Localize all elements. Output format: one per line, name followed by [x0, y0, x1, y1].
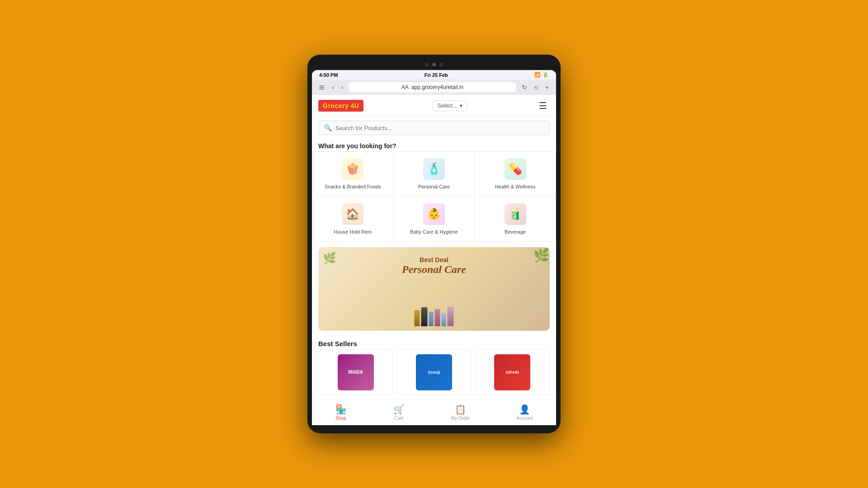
status-bar: 4:50 PM Fri 25 Feb 📶 🔋 — [312, 70, 556, 80]
banner-title: Personal Care — [402, 263, 466, 276]
status-date: Fri 25 Feb — [425, 72, 448, 78]
category-baby[interactable]: 👶 Baby Care & Hygiene — [394, 197, 475, 242]
browser-chrome: 4:50 PM Fri 25 Feb 📶 🔋 ⊞ ‹ › AA app.groc… — [312, 70, 556, 425]
personal-care-banner[interactable]: 🌿 🌿 Best Deal Personal Care — [318, 247, 550, 331]
leaf-decoration-right: 🌿 — [533, 247, 550, 263]
search-icon: 🔍 — [324, 124, 332, 131]
baby-label: Baby Care & Hygiene — [410, 229, 458, 235]
myorder-label: My Order — [451, 416, 470, 421]
nav-myorder[interactable]: 📋 My Order — [444, 403, 477, 422]
forward-button[interactable]: › — [340, 83, 345, 92]
account-label: Account — [516, 416, 533, 421]
status-right: 📶 🔋 — [534, 72, 549, 78]
sidebar-button[interactable]: ⊞ — [317, 83, 326, 92]
tablet-frame: 4:50 PM Fri 25 Feb 📶 🔋 ⊞ ‹ › AA app.groc… — [307, 55, 561, 433]
product-maida-image: MAIDA — [338, 354, 374, 390]
category-household[interactable]: 🏠 House Hold Rem — [312, 197, 394, 242]
banner-text: Best Deal Personal Care — [402, 256, 466, 276]
store-selector[interactable]: Select... ▾ — [433, 100, 467, 111]
personal-label: Personal Care — [418, 183, 450, 190]
wifi-icon: 📶 — [534, 72, 541, 78]
logo-prefix: G — [323, 102, 328, 109]
app-content: Grocery 4U Select... ▾ ☰ 🔍 What are you … — [312, 95, 556, 425]
category-personal[interactable]: 🧴 Personal Care — [394, 152, 475, 197]
best-sellers-title: Best Sellers — [312, 336, 556, 349]
banner-products — [415, 306, 454, 326]
shop-label: Shop — [335, 416, 346, 421]
baby-icon: 👶 — [423, 203, 445, 225]
household-label: House Hold Rem — [334, 229, 372, 235]
health-icon: 💊 — [505, 158, 526, 180]
snacks-label: Snacks & Branded Foods — [325, 183, 381, 190]
status-time: 4:50 PM — [319, 72, 338, 78]
chevron-down-icon: ▾ — [460, 103, 462, 109]
app-header: Grocery 4U Select... ▾ ☰ — [312, 95, 556, 117]
categories-grid: 🍿 Snacks & Branded Foods 🧴 Personal Care… — [312, 151, 556, 242]
leaf-decoration-left: 🌿 — [323, 252, 336, 264]
category-snacks[interactable]: 🍿 Snacks & Branded Foods — [312, 152, 394, 197]
perfume-4 — [435, 309, 440, 326]
banner-subtitle: Best Deal — [402, 256, 466, 263]
perfume-5 — [442, 313, 446, 326]
browser-url: app.grocery4uretail.in — [411, 84, 463, 90]
app-logo[interactable]: Grocery 4U — [318, 100, 363, 112]
new-tab-button[interactable]: + — [543, 83, 551, 92]
health-label: Health & Wellness — [495, 183, 536, 190]
camera-dot-2 — [432, 63, 436, 66]
nav-shop[interactable]: 🏪 Shop — [328, 403, 354, 422]
camera-dot-1 — [425, 63, 429, 66]
logo-text: rocery 4U — [328, 102, 359, 109]
personal-icon: 🧴 — [423, 158, 445, 180]
browser-toolbar: ⊞ ‹ › AA app.grocery4uretail.in ↻ ⎋ + — [312, 80, 556, 95]
section-title: What are you looking for? — [312, 139, 556, 151]
search-bar[interactable]: 🔍 — [318, 121, 550, 135]
perfume-3 — [429, 312, 434, 326]
camera-dot-3 — [439, 63, 443, 66]
cart-label: Cart — [395, 416, 403, 421]
back-button[interactable]: ‹ — [330, 83, 336, 92]
search-input[interactable] — [335, 125, 544, 131]
store-select-text: Select... — [438, 103, 457, 109]
category-health[interactable]: 💊 Health & Wellness — [475, 152, 556, 197]
product-scooji-image: Scooji — [416, 354, 452, 390]
refresh-button[interactable]: ↻ — [520, 83, 529, 92]
shop-icon: 🏪 — [335, 404, 347, 415]
bottom-nav: 🏪 Shop 🛒 Cart 📋 My Order 👤 Account — [312, 399, 556, 425]
product-grain-image: GRAIN — [494, 354, 530, 390]
banner-section: 🌿 🌿 Best Deal Personal Care — [318, 247, 550, 331]
perfume-2 — [421, 307, 428, 326]
tablet-device: 4:50 PM Fri 25 Feb 📶 🔋 ⊞ ‹ › AA app.groc… — [307, 55, 561, 433]
aa-label: AA — [401, 84, 409, 90]
product-maida[interactable]: MAIDA — [318, 349, 393, 395]
products-row: MAIDA Scooji GRAIN — [312, 349, 556, 399]
perfume-6 — [448, 306, 454, 326]
battery-icon: 🔋 — [542, 72, 549, 78]
cart-icon: 🛒 — [393, 404, 405, 415]
myorder-icon: 📋 — [455, 404, 466, 415]
snacks-icon: 🍿 — [342, 158, 363, 180]
beverage-icon: 🧃 — [505, 203, 526, 225]
account-icon: 👤 — [519, 404, 530, 415]
hamburger-menu[interactable]: ☰ — [536, 99, 550, 112]
product-grain[interactable]: GRAIN — [475, 349, 550, 395]
share-button[interactable]: ⎋ — [533, 83, 540, 92]
nav-cart[interactable]: 🛒 Cart — [386, 403, 412, 422]
beverage-label: Beverage — [505, 229, 526, 235]
camera-bar — [312, 63, 556, 66]
category-beverage[interactable]: 🧃 Beverage — [475, 197, 556, 242]
nav-account[interactable]: 👤 Account — [509, 403, 540, 422]
product-scooji[interactable]: Scooji — [396, 349, 471, 395]
perfume-1 — [415, 310, 420, 326]
address-bar[interactable]: AA app.grocery4uretail.in — [349, 82, 516, 92]
household-icon: 🏠 — [342, 203, 363, 225]
